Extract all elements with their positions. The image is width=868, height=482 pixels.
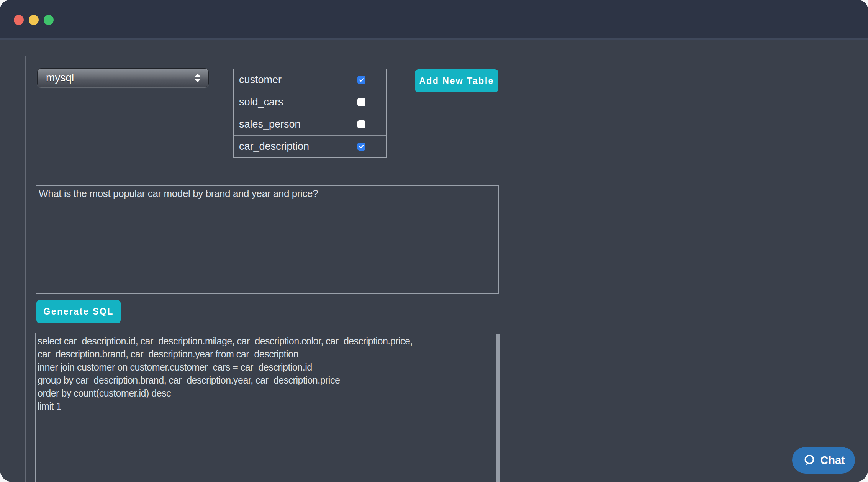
table-checkbox-checked[interactable]: [357, 143, 365, 151]
database-select[interactable]: mysql: [37, 68, 209, 87]
minimize-window-button[interactable]: [29, 15, 39, 25]
titlebar-divider: [0, 38, 868, 40]
table-row: sold_cars: [234, 91, 386, 113]
table-row: sales_person: [234, 113, 386, 135]
table-row: car_description: [234, 135, 386, 157]
sql-output-container: select car_description.id, car_descripti…: [35, 333, 501, 482]
chat-bubble-icon: [802, 453, 816, 467]
database-select-value: mysql: [46, 72, 208, 84]
titlebar: [0, 0, 868, 38]
close-window-button[interactable]: [14, 15, 24, 25]
table-row: customer: [234, 69, 386, 91]
generate-sql-button[interactable]: Generate SQL: [36, 300, 121, 323]
sql-output[interactable]: select car_description.id, car_descripti…: [36, 333, 501, 482]
main-panel: mysql customersold_carssales_personcar_d…: [25, 56, 507, 482]
table-name-label: car_description: [239, 141, 309, 152]
chat-button-label: Chat: [820, 454, 845, 467]
app-window: mysql customersold_carssales_personcar_d…: [0, 0, 868, 482]
table-name-label: sold_cars: [239, 96, 283, 108]
chat-button[interactable]: Chat: [792, 447, 855, 474]
select-stepper-icon: [195, 69, 201, 87]
table-name-label: sales_person: [239, 118, 301, 130]
zoom-window-button[interactable]: [44, 15, 54, 25]
table-name-label: customer: [239, 74, 282, 86]
window-controls: [14, 15, 54, 25]
question-input[interactable]: What is the most popular car model by br…: [36, 185, 499, 294]
add-new-table-button[interactable]: Add New Table: [415, 69, 498, 92]
table-checkbox-unchecked[interactable]: [357, 120, 365, 128]
table-list: customersold_carssales_personcar_descrip…: [233, 69, 387, 158]
table-checkbox-checked[interactable]: [357, 76, 365, 84]
table-checkbox-unchecked[interactable]: [357, 98, 365, 106]
sql-scrollbar[interactable]: [496, 334, 500, 482]
